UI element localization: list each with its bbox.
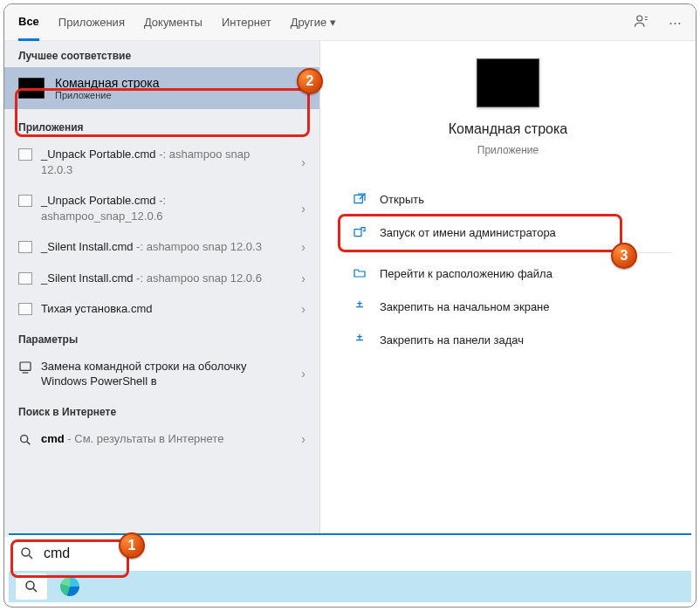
search-icon <box>18 433 32 447</box>
chevron-down-icon: ▾ <box>330 16 336 29</box>
chevron-right-icon: › <box>301 432 305 446</box>
svg-point-0 <box>637 16 642 21</box>
file-icon <box>18 195 32 207</box>
svg-point-2 <box>21 436 28 443</box>
more-options-icon[interactable]: ⋯ <box>669 15 682 31</box>
section-apps: Приложения <box>4 113 319 139</box>
edge-icon <box>60 577 79 596</box>
svg-point-6 <box>26 581 34 589</box>
tab-all[interactable]: Все <box>18 4 39 41</box>
settings-icon <box>18 360 32 374</box>
pin-icon <box>352 332 367 347</box>
app-result[interactable]: _Silent Install.cmd -: ashampoo snap 12.… <box>4 263 319 294</box>
taskbar-search-button[interactable] <box>16 573 47 600</box>
feedback-icon[interactable] <box>634 13 649 31</box>
annotation-badge-1: 1 <box>119 532 145 559</box>
chevron-right-icon: › <box>301 202 305 216</box>
search-icon <box>19 546 35 561</box>
preview-actions: Открыть Запуск от имени администратора П… <box>345 182 671 356</box>
file-icon <box>18 303 32 315</box>
settings-result[interactable]: Замена командной строки на оболочку Wind… <box>4 351 319 397</box>
result-tabs: Все Приложения Документы Интернет Другие… <box>4 4 696 41</box>
folder-icon <box>352 265 367 281</box>
search-icon <box>24 579 39 594</box>
cmd-preview-icon <box>477 58 539 107</box>
cmd-icon <box>18 78 45 99</box>
best-match-title: Командная строка <box>55 76 159 90</box>
app-result[interactable]: _Silent Install.cmd -: ashampoo snap 12.… <box>4 231 319 263</box>
action-pin-taskbar[interactable]: Закрепить на панели задач <box>345 323 671 356</box>
svg-rect-3 <box>354 195 362 203</box>
app-result[interactable]: _Unpack Portable.cmd -: ashampoo_snap_12… <box>4 185 319 231</box>
svg-rect-4 <box>354 230 361 237</box>
svg-point-5 <box>22 548 30 556</box>
app-result[interactable]: Тихая установка.cmd › <box>4 293 319 325</box>
file-icon <box>18 148 32 161</box>
action-pin-start[interactable]: Закрепить на начальном экране <box>345 290 671 323</box>
preview-subtitle: Приложение <box>477 144 539 156</box>
web-result[interactable]: cmd - См. результаты в Интернете › <box>4 423 319 455</box>
best-match-item[interactable]: Командная строка Приложение <box>4 67 319 109</box>
open-icon <box>352 191 367 207</box>
file-icon <box>18 272 32 285</box>
chevron-right-icon: › <box>301 367 305 381</box>
results-list: Лучшее соответствие Командная строка При… <box>4 41 320 537</box>
chevron-right-icon: › <box>301 302 305 316</box>
best-match-subtitle: Приложение <box>55 90 159 100</box>
tab-internet[interactable]: Интернет <box>222 5 271 39</box>
chevron-right-icon: › <box>301 155 305 169</box>
taskbar <box>9 571 691 602</box>
search-flyout: Все Приложения Документы Интернет Другие… <box>3 3 697 608</box>
annotation-badge-2: 2 <box>297 68 323 94</box>
search-bar <box>9 533 691 572</box>
pin-icon <box>352 299 367 314</box>
chevron-right-icon: › <box>301 271 305 285</box>
section-settings: Параметры <box>4 325 319 351</box>
annotation-badge-3: 3 <box>611 243 637 269</box>
chevron-right-icon: › <box>301 240 305 254</box>
section-web: Поиск в Интернете <box>4 397 319 423</box>
shield-icon <box>352 224 367 240</box>
file-icon <box>18 241 32 253</box>
tab-apps[interactable]: Приложения <box>58 5 125 39</box>
svg-rect-1 <box>20 362 31 370</box>
tab-more[interactable]: Другие ▾ <box>291 5 336 39</box>
preview-title: Командная строка <box>449 121 568 137</box>
action-open[interactable]: Открыть <box>345 182 671 216</box>
app-result[interactable]: _Unpack Portable.cmd -: ashampoo snap 12… <box>4 139 319 185</box>
preview-pane: Командная строка Приложение Открыть Запу… <box>320 41 696 537</box>
tab-documents[interactable]: Документы <box>144 5 202 39</box>
section-best-match: Лучшее соответствие <box>4 41 319 67</box>
taskbar-edge-button[interactable] <box>54 573 86 600</box>
